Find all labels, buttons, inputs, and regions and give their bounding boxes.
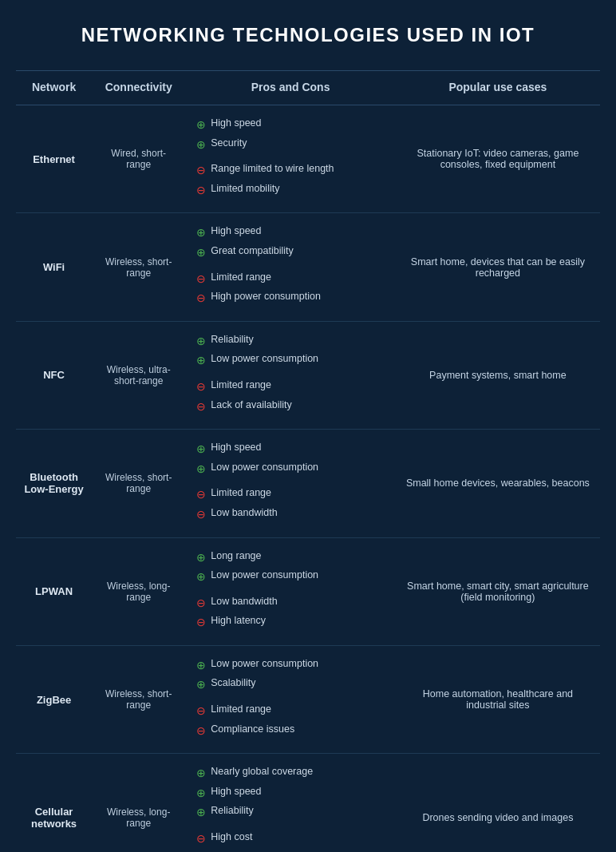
pro-text: Long range — [211, 549, 261, 564]
pro-icon: ⊕ — [196, 658, 206, 674]
cell-network: NFC — [16, 321, 92, 429]
con-icon: ⊖ — [196, 703, 206, 719]
pro-text: Low power consumption — [211, 461, 318, 475]
cell-usecases: Small home devices, wearables, beacons — [396, 430, 600, 537]
con-icon: ⊖ — [196, 291, 206, 307]
pro-text: Low power consumption — [211, 569, 318, 583]
pro-icon: ⊕ — [196, 569, 206, 585]
cell-connectivity: Wired, short-range — [92, 105, 185, 213]
pro-icon: ⊕ — [196, 137, 206, 153]
cell-network: Bluetooth Low-Energy — [16, 430, 92, 537]
pro-item: ⊕Great compatibility — [196, 244, 388, 261]
cell-connectivity: Wireless, long-range — [92, 754, 185, 852]
pro-item: ⊕High speed — [196, 117, 388, 133]
pro-icon: ⊕ — [196, 677, 206, 693]
pro-item: ⊕Long range — [196, 549, 388, 566]
pro-text: Great compatibility — [211, 244, 294, 259]
pro-item: ⊕High speed — [196, 224, 388, 241]
con-item: ⊖Compliance issues — [196, 723, 388, 739]
con-item: ⊖Limited range — [196, 378, 388, 395]
pro-item: ⊕Low power consumption — [196, 569, 388, 585]
con-icon: ⊖ — [196, 507, 206, 523]
con-text: Compliance issues — [211, 723, 294, 737]
cell-proscons: ⊕High speed⊕Great compatibility⊖Limited … — [185, 213, 396, 321]
main-table: Network Connectivity Pros and Cons Popul… — [16, 70, 600, 852]
col-header-proscons: Pros and Cons — [185, 71, 396, 105]
col-header-usecases: Popular use cases — [396, 71, 600, 105]
pro-item: ⊕High speed — [196, 441, 388, 458]
cell-connectivity: Wireless, long-range — [92, 537, 185, 645]
pro-item: ⊕Reliability — [196, 333, 388, 350]
cell-usecases: Home automation, healthcare and industri… — [396, 645, 600, 753]
pro-text: Reliability — [211, 804, 254, 818]
pro-text: High speed — [211, 441, 261, 455]
cell-connectivity: Wireless, short-range — [92, 213, 185, 321]
table-row: LPWANWireless, long-range⊕Long range⊕Low… — [16, 537, 600, 645]
pro-icon: ⊕ — [196, 805, 206, 821]
con-item: ⊖High latency — [196, 614, 388, 631]
con-text: Low bandwidth — [211, 506, 277, 521]
con-text: Lack of availability — [211, 398, 291, 413]
con-text: High power consumption — [211, 290, 321, 304]
pro-item: ⊕Scalability — [196, 676, 388, 693]
cell-proscons: ⊕Low power consumption⊕Scalability⊖Limit… — [185, 645, 396, 753]
con-item: ⊖Lack of availability — [196, 398, 388, 415]
con-icon: ⊖ — [196, 596, 206, 612]
table-row: NFCWireless, ultra-short-range⊕Reliabili… — [16, 321, 600, 429]
table-row: ZigBeeWireless, short-range⊕Low power co… — [16, 645, 600, 753]
pro-text: Low power consumption — [211, 352, 318, 367]
con-text: High latency — [211, 614, 266, 628]
con-icon: ⊖ — [196, 163, 206, 179]
pro-icon: ⊕ — [196, 786, 206, 802]
con-text: Limited range — [211, 271, 271, 285]
con-text: Limited mobility — [211, 182, 279, 196]
con-text: Limited range — [211, 378, 271, 393]
con-item: ⊖Limited range — [196, 271, 388, 287]
cell-network: Cellular networks — [16, 754, 92, 852]
pro-text: Security — [211, 137, 247, 151]
con-text: High cost — [211, 830, 252, 845]
cell-proscons: ⊕Nearly global coverage⊕High speed⊕Relia… — [185, 754, 396, 852]
cell-network: WiFi — [16, 213, 92, 321]
cell-proscons: ⊕High speed⊕Security⊖Range limited to wi… — [185, 105, 396, 213]
con-icon: ⊖ — [196, 487, 206, 503]
pro-icon: ⊕ — [196, 245, 206, 261]
col-header-network: Network — [16, 71, 92, 105]
con-text: Limited range — [211, 486, 271, 501]
pro-item: ⊕Reliability — [196, 804, 388, 821]
cell-usecases: Drones sending video and images — [396, 754, 600, 852]
con-item: ⊖Low bandwidth — [196, 595, 388, 612]
pro-icon: ⊕ — [196, 334, 206, 350]
pro-text: High speed — [211, 117, 261, 131]
con-text: Limited range — [211, 703, 271, 717]
con-icon: ⊖ — [196, 379, 206, 395]
cell-proscons: ⊕High speed⊕Low power consumption⊖Limite… — [185, 430, 396, 537]
con-item: ⊖Limited mobility — [196, 182, 388, 199]
cell-proscons: ⊕Reliability⊕Low power consumption⊖Limit… — [185, 321, 396, 429]
table-row: EthernetWired, short-range⊕High speed⊕Se… — [16, 105, 600, 213]
con-text: Range limited to wire length — [211, 162, 334, 176]
pro-text: Scalability — [211, 676, 255, 691]
pro-text: Low power consumption — [211, 657, 318, 672]
con-icon: ⊖ — [196, 831, 206, 847]
pro-text: High speed — [211, 785, 261, 799]
table-row: Cellular networksWireless, long-range⊕Ne… — [16, 754, 600, 852]
cell-connectivity: Wireless, short-range — [92, 645, 185, 753]
con-item: ⊖Low bandwidth — [196, 506, 388, 523]
con-icon: ⊖ — [196, 615, 206, 631]
page-title: NETWORKING TECHNOLOGIES USED in IoT — [81, 24, 535, 46]
pro-item: ⊕High speed — [196, 785, 388, 802]
pro-icon: ⊕ — [196, 462, 206, 478]
pro-icon: ⊕ — [196, 766, 206, 782]
pro-icon: ⊕ — [196, 225, 206, 241]
cell-usecases: Payment systems, smart home — [396, 321, 600, 429]
pro-text: Reliability — [211, 333, 254, 347]
con-text: Low bandwidth — [211, 595, 277, 609]
pro-icon: ⊕ — [196, 117, 206, 133]
table-row: Bluetooth Low-EnergyWireless, short-rang… — [16, 430, 600, 537]
con-item: ⊖Limited range — [196, 703, 388, 719]
pro-item: ⊕Low power consumption — [196, 352, 388, 369]
con-icon: ⊖ — [196, 183, 206, 199]
cell-connectivity: Wireless, ultra-short-range — [92, 321, 185, 429]
table-row: WiFiWireless, short-range⊕High speed⊕Gre… — [16, 213, 600, 321]
